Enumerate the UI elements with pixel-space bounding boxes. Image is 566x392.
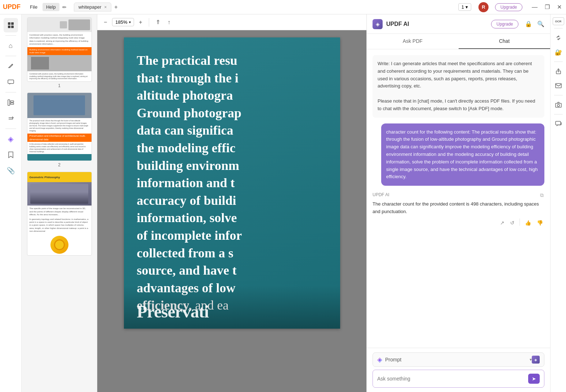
right-mail-icon[interactable] xyxy=(552,79,565,92)
pdf-page-area: The practical resu that: through the i a… xyxy=(97,30,366,392)
system-message: Write: I can generate articles that meet… xyxy=(373,55,544,118)
tab-chat[interactable]: Chat xyxy=(459,34,551,49)
sidebar-comment-icon[interactable] xyxy=(4,75,18,89)
zoom-in-button[interactable]: + xyxy=(137,18,144,27)
right-sep-1 xyxy=(554,28,563,28)
ai-panel-header: ◈ UPDF AI Upgrade 🔒 🔍 xyxy=(367,14,550,34)
sidebar-thumbnail-icon[interactable] xyxy=(4,18,18,32)
thumb-1-body-text: Combined with practice cases, the buildi… xyxy=(27,32,92,47)
scroll-up-button[interactable]: ↑ xyxy=(165,18,173,27)
svg-rect-6 xyxy=(10,101,14,102)
svg-rect-3 xyxy=(11,26,14,28)
sidebar-bookmark-icon[interactable] xyxy=(4,148,18,162)
pdf-page: The practical resu that: through the i a… xyxy=(124,37,340,329)
sidebar-convert-icon[interactable] xyxy=(4,111,18,126)
ai-message-actions: ↗ ↺ 👍 👎 xyxy=(373,218,544,227)
send-button[interactable]: ➤ xyxy=(528,374,540,384)
title-bar: UPDF File Help ✏ whitepaper × + 1 ▾ R Up… xyxy=(0,0,566,14)
thumbnail-page-1[interactable]: Combined with practice cases, the buildi… xyxy=(24,17,94,88)
thumb-box-2[interactable]: The practical result shows that through … xyxy=(27,93,92,161)
right-share-icon[interactable] xyxy=(552,65,565,78)
upgrade-button[interactable]: Upgrade xyxy=(495,3,522,11)
right-sep-4 xyxy=(554,114,563,114)
right-lock-icon[interactable]: 🔐 xyxy=(552,46,565,59)
sidebar-layers-icon[interactable]: ◈ xyxy=(4,132,18,146)
app-logo: UPDF xyxy=(3,3,21,11)
right-sep-2 xyxy=(554,62,563,62)
menu-bar: File Help xyxy=(26,3,59,11)
thumbnail-page-3[interactable]: Geometric Philosophy The specific point … xyxy=(24,172,94,262)
sidebar-home-icon[interactable]: ⌂ xyxy=(4,39,18,53)
right-sep-3 xyxy=(554,95,563,95)
chat-input[interactable] xyxy=(377,376,525,382)
user-message: character count for the following conten… xyxy=(381,123,544,186)
scroll-top-button[interactable]: ⇑ xyxy=(153,17,162,27)
prompt-gradient-icon: ◈ xyxy=(377,356,382,364)
thumb-3-title: Geometric Philosophy xyxy=(30,176,60,179)
right-camera-icon[interactable] xyxy=(552,98,565,111)
ai-message: UPDF AI ⧉ The character count for the pr… xyxy=(373,192,544,227)
left-sidebar: ⌂ ◈ 📎 xyxy=(0,14,22,392)
zoom-dropdown-icon[interactable]: ▾ xyxy=(129,20,131,24)
sidebar-separator-3 xyxy=(5,92,16,93)
right-ocr-icon[interactable]: OCR xyxy=(553,17,564,25)
pdf-viewer: − 185% ▾ + ⇑ ↑ The practical resu that: … xyxy=(97,14,366,392)
refresh-response-button[interactable]: ↺ xyxy=(509,218,516,227)
thumb-box-1[interactable]: Combined with practice cases, the buildi… xyxy=(27,17,92,82)
sidebar-attachment-icon[interactable]: 📎 xyxy=(4,163,18,178)
thumb-1-banner: Building environment information modelin… xyxy=(27,47,92,55)
edit-pencil-icon: ✏ xyxy=(62,4,67,10)
prompt-bar[interactable]: ◈ Prompt ▾ ◈ xyxy=(373,352,544,367)
svg-rect-5 xyxy=(8,100,10,105)
document-tab[interactable]: whitepaper × xyxy=(74,3,112,12)
zoom-out-button[interactable]: − xyxy=(102,18,109,27)
thumbs-down-button[interactable]: 👎 xyxy=(535,218,544,227)
thumb-2-label: 2 xyxy=(58,162,61,167)
svg-rect-0 xyxy=(8,22,10,25)
pdf-toolbar: − 185% ▾ + ⇑ ↑ xyxy=(97,14,366,30)
svg-rect-2 xyxy=(8,26,10,28)
ai-logo-small: ◈ xyxy=(532,356,540,364)
sidebar-organize-icon[interactable] xyxy=(4,95,18,110)
ai-upgrade-button[interactable]: Upgrade xyxy=(491,20,518,28)
tab-label: whitepaper xyxy=(79,4,102,10)
svg-rect-4 xyxy=(8,80,14,84)
thumbnail-page-2[interactable]: The practical result shows that through … xyxy=(24,93,94,168)
zoom-display: 185% ▾ xyxy=(112,18,134,26)
add-tab-button[interactable]: + xyxy=(113,3,119,12)
copy-button[interactable]: ⧉ xyxy=(539,192,544,199)
user-avatar: R xyxy=(478,2,489,12)
page-number-nav[interactable]: 1 ▾ xyxy=(458,3,471,11)
system-message-text: Write: I can generate articles that meet… xyxy=(378,61,532,89)
menu-help[interactable]: Help xyxy=(43,3,59,11)
thumb-box-3[interactable]: Geometric Philosophy The specific point … xyxy=(27,172,92,255)
tab-ask-pdf[interactable]: Ask PDF xyxy=(367,34,459,49)
close-tab-button[interactable]: × xyxy=(104,5,107,10)
menu-file[interactable]: File xyxy=(26,3,41,11)
app-body: ⌂ ◈ 📎 Combined w xyxy=(0,14,566,392)
sidebar-edit-icon[interactable] xyxy=(4,59,18,73)
right-convert-icon[interactable] xyxy=(552,31,565,44)
chat-messages: Write: I can generate articles that meet… xyxy=(367,49,550,348)
chat-input-box[interactable]: ➤ xyxy=(373,370,544,388)
thumb-2-subtitle: Preservation and inheritance of architec… xyxy=(27,134,92,142)
ai-lock-icon[interactable]: 🔒 xyxy=(525,21,532,27)
system-message-note: Please note that in [chat] mode, I can't… xyxy=(378,98,535,111)
sidebar-separator-4 xyxy=(5,129,16,129)
ai-search-icon[interactable]: 🔍 xyxy=(537,21,544,27)
maximize-button[interactable]: ❐ xyxy=(543,3,551,11)
thumbs-up-button[interactable]: 👍 xyxy=(523,218,532,227)
page-number: 1 xyxy=(462,4,464,10)
svg-rect-7 xyxy=(10,103,14,104)
close-button[interactable]: ✕ xyxy=(556,3,563,11)
svg-point-11 xyxy=(557,104,560,107)
ai-panel-title: UPDF AI xyxy=(386,21,487,27)
ai-tabs: Ask PDF Chat xyxy=(367,34,550,49)
thumbnail-panel: Combined with practice cases, the buildi… xyxy=(22,14,97,392)
prompt-label: Prompt xyxy=(385,357,530,362)
ai-message-label: UPDF AI xyxy=(373,192,389,197)
thumb-3-body-text: The specific point of the image can be r… xyxy=(27,206,92,217)
right-chat-icon[interactable] xyxy=(552,117,565,130)
minimize-button[interactable]: — xyxy=(530,3,539,11)
share-response-button[interactable]: ↗ xyxy=(499,218,506,227)
